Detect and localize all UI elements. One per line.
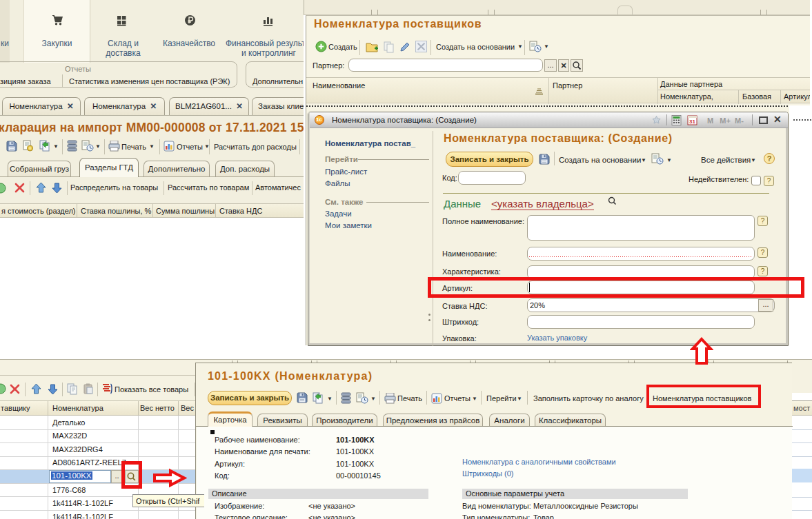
svg-text:31: 31 (689, 119, 695, 125)
